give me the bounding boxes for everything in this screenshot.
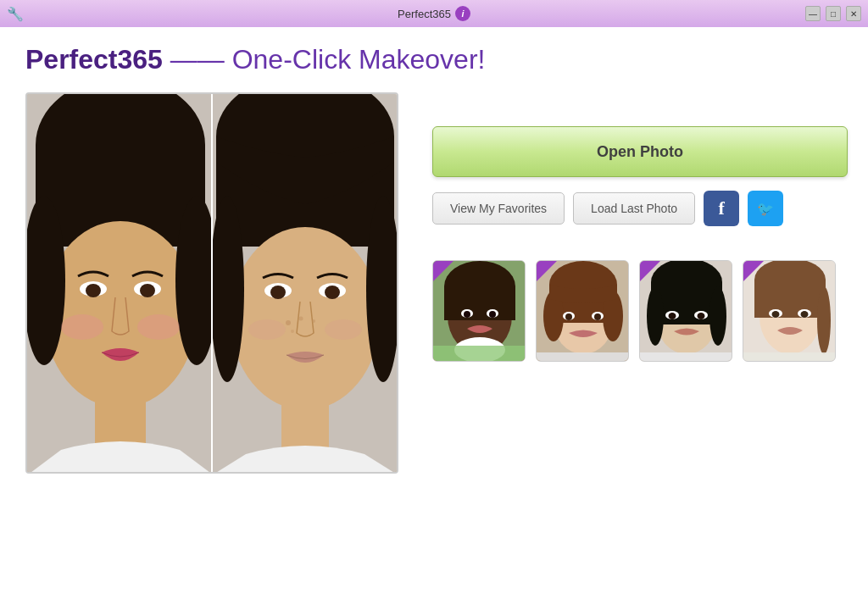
svg-point-49: [565, 313, 572, 320]
title-bar: 🔧 Perfect365 i — □ ✕: [0, 0, 868, 27]
svg-point-25: [312, 319, 315, 323]
svg-rect-51: [537, 352, 629, 362]
info-icon[interactable]: i: [455, 6, 470, 21]
secondary-buttons-row: View My Favorites Load Last Photo f 🐦: [432, 191, 848, 226]
svg-point-60: [669, 313, 676, 319]
svg-point-50: [594, 313, 601, 320]
svg-point-8: [86, 284, 101, 297]
svg-point-67: [817, 286, 831, 354]
photo-split-view: [27, 94, 397, 472]
svg-point-10: [61, 314, 103, 340]
brand-name: Perfect365: [25, 44, 163, 75]
svg-point-11: [137, 314, 180, 340]
sample-photos-row: [432, 260, 848, 362]
load-last-photo-button[interactable]: Load Last Photo: [573, 192, 695, 225]
svg-point-70: [772, 311, 780, 318]
open-photo-button[interactable]: Open Photo: [432, 126, 848, 177]
photo-before: [212, 94, 397, 472]
sample-photo-3[interactable]: [639, 260, 732, 362]
close-button[interactable]: ✕: [846, 6, 861, 21]
svg-point-24: [299, 317, 303, 321]
svg-rect-72: [743, 352, 836, 362]
sample-photo-4[interactable]: [743, 260, 836, 362]
svg-point-3: [44, 221, 197, 408]
svg-point-38: [489, 311, 496, 318]
split-divider: [211, 94, 213, 472]
photo-preview: [25, 92, 398, 474]
sample-photo-2[interactable]: [536, 260, 629, 362]
window-controls: — □ ✕: [805, 6, 861, 21]
svg-point-57: [709, 286, 726, 346]
twitter-button[interactable]: 🐦: [748, 191, 783, 226]
svg-point-26: [291, 330, 294, 333]
svg-point-16: [231, 227, 380, 410]
svg-rect-62: [640, 352, 732, 362]
facebook-button[interactable]: f: [704, 191, 739, 226]
svg-point-22: [325, 286, 340, 299]
svg-rect-34: [444, 286, 515, 320]
minimize-button[interactable]: —: [805, 6, 821, 21]
svg-point-9: [140, 284, 155, 297]
svg-point-23: [286, 320, 291, 325]
sample-photo-1[interactable]: [432, 260, 526, 362]
svg-point-71: [801, 311, 809, 318]
facebook-icon: f: [718, 197, 724, 219]
key-icon: 🔧: [7, 6, 24, 22]
svg-rect-40: [433, 346, 526, 362]
svg-point-27: [248, 319, 286, 340]
app-title: Perfect365 —— One-Click Makeover!: [25, 44, 843, 75]
svg-point-37: [464, 311, 470, 318]
main-content: Perfect365 —— One-Click Makeover!: [0, 27, 868, 491]
svg-rect-66: [754, 280, 826, 318]
svg-point-61: [698, 313, 705, 319]
svg-point-28: [325, 319, 362, 340]
content-area: Open Photo View My Favorites Load Last P…: [25, 92, 843, 474]
photo-after: [27, 94, 212, 472]
svg-point-56: [647, 286, 664, 346]
window-title: Perfect365 i: [398, 6, 470, 21]
svg-point-21: [270, 286, 286, 299]
right-panel: Open Photo View My Favorites Load Last P…: [432, 92, 848, 362]
title-separator: —— One-Click Makeover!: [170, 44, 486, 75]
maximize-button[interactable]: □: [826, 6, 841, 21]
view-favorites-button[interactable]: View My Favorites: [432, 192, 565, 225]
twitter-icon: 🐦: [757, 201, 774, 217]
